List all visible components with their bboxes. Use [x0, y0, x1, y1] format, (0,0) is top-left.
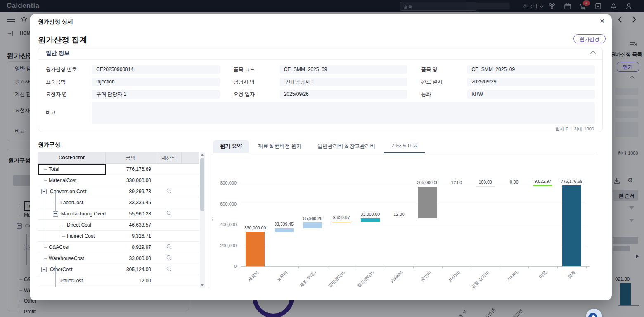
- x-axis-tick: [270, 266, 270, 268]
- tree-cell[interactable]: G&ACost: [38, 242, 106, 253]
- scrollbar-thumb[interactable]: [200, 158, 204, 211]
- field-value[interactable]: KRW: [467, 90, 595, 99]
- scroll-down-button[interactable]: [200, 283, 205, 288]
- table-row[interactable]: LaborCost33,339.45: [38, 197, 199, 208]
- chart-bar-12: [562, 185, 581, 266]
- col-costfactor[interactable]: CostFactor: [38, 152, 106, 163]
- scroll-up-button[interactable]: [200, 152, 205, 157]
- general-info-title: 일반 정보: [46, 50, 591, 57]
- y-axis-tick-label: 0: [214, 264, 237, 269]
- tree-cell[interactable]: MaterialCost: [38, 175, 106, 186]
- tree-cell[interactable]: WarehouseCost: [38, 253, 106, 264]
- tree-cell[interactable]: Manufacturing OverheadCost: [38, 208, 106, 219]
- formula-search-icon[interactable]: [156, 244, 182, 251]
- x-axis-tick: [327, 266, 327, 268]
- x-axis-label: 합계: [546, 270, 577, 300]
- tree-cell[interactable]: Direct Cost: [38, 220, 106, 230]
- tree-cell[interactable]: OtherCost: [38, 264, 106, 275]
- field-value[interactable]: 구매 담당자 1: [280, 78, 407, 86]
- tree-guide-line: [55, 266, 56, 287]
- general-info-field: 완료 일자2025/09/29: [421, 78, 595, 86]
- amount-cell: 46,633.57: [106, 222, 156, 228]
- field-value[interactable]: CE_SMM_2025_09: [467, 65, 595, 74]
- general-info-field: 품목 코드CE_SMM_2025_09: [234, 65, 407, 74]
- col-amount[interactable]: 금액: [106, 152, 156, 163]
- note-textarea[interactable]: [92, 102, 595, 124]
- tab-1[interactable]: 원가 요약: [213, 140, 249, 153]
- general-info-field: 요청자 명구매 담당자 1: [46, 90, 220, 99]
- tree-node-label: G&ACost: [49, 244, 69, 250]
- x-axis-tick: [413, 266, 414, 268]
- collapse-section-icon[interactable]: [590, 51, 596, 56]
- tree-collapse-icon[interactable]: [41, 267, 47, 272]
- tree-cell[interactable]: TransportationCost: [38, 286, 106, 288]
- formula-search-icon[interactable]: [156, 266, 182, 273]
- formula-search-icon[interactable]: [156, 188, 182, 195]
- table-row[interactable]: MaterialCost330,000.00: [38, 175, 199, 186]
- table-row[interactable]: Total776,176.69: [38, 164, 199, 175]
- amount-cell: 55,960.28: [106, 211, 156, 217]
- x-axis-tick: [298, 266, 299, 268]
- x-axis-tick: [528, 266, 529, 268]
- formula-search-icon[interactable]: [156, 255, 182, 262]
- field-value[interactable]: 2025/09/29: [467, 78, 595, 86]
- col-extra: [182, 152, 199, 163]
- x-axis-tick: [586, 266, 587, 268]
- table-row[interactable]: WarehouseCost33,000.00: [38, 253, 199, 264]
- chart-bar-3: [303, 222, 322, 228]
- tree-cell[interactable]: LaborCost: [38, 197, 106, 208]
- field-value[interactable]: 2025/09/26: [280, 90, 407, 99]
- field-value[interactable]: 구매 담당자 1: [92, 90, 220, 99]
- cost-estimate-button[interactable]: 원가산정: [573, 34, 606, 43]
- bar-value-label: 12.00: [376, 212, 422, 217]
- tree-guide-line: [44, 169, 44, 266]
- tab-4[interactable]: 기타 & 이윤: [384, 140, 425, 153]
- table-scrollbar[interactable]: [200, 152, 205, 288]
- x-axis-label: 이윤: [517, 270, 548, 300]
- chart-bar-11: [533, 185, 552, 186]
- x-axis-label: 금형 감가비: [460, 270, 490, 300]
- amount-cell: 33,339.45: [106, 200, 156, 206]
- field-value[interactable]: Injection: [92, 78, 220, 86]
- tree-cell[interactable]: PalletCost: [38, 275, 106, 286]
- tree-guide-line: [62, 212, 62, 234]
- x-axis-label: R&D비: [431, 270, 462, 300]
- table-row[interactable]: PalletCost12.00: [38, 275, 199, 286]
- x-axis-label: 노무비: [258, 270, 289, 300]
- tree-cell[interactable]: Indirect Cost: [38, 231, 106, 241]
- pane-splitter[interactable]: [209, 152, 212, 288]
- field-value[interactable]: CE20250900014: [92, 65, 220, 74]
- tab-2[interactable]: 재료 & 컨버전 원가: [251, 140, 308, 153]
- field-label: 완료 일자: [421, 78, 467, 85]
- tree-node-label: Indirect Cost: [67, 233, 95, 239]
- general-info-row: 요청자 명구매 담당자 1요청 일자2025/09/26통화KRW: [46, 90, 595, 99]
- amount-cell: 305,124.00: [106, 267, 156, 272]
- table-row[interactable]: Conversion Cost89,299.73: [38, 186, 199, 197]
- amount-cell: 8,929.97: [106, 244, 156, 250]
- field-label: 담당자 명: [234, 78, 280, 85]
- x-axis-label: 일반관리비: [316, 270, 346, 300]
- col-formula[interactable]: 계산식: [156, 152, 182, 163]
- bar-value-label: 776,176.69: [549, 179, 594, 184]
- chart-bar-2: [275, 228, 294, 232]
- field-label: 품목 코드: [234, 66, 280, 73]
- field-value[interactable]: CE_SMM_2025_09: [280, 65, 407, 74]
- table-row[interactable]: G&ACost8,929.97: [38, 242, 199, 253]
- tree-cell[interactable]: Total: [38, 164, 106, 175]
- general-info-row: 원가산정 번호CE20250900014품목 코드CE_SMM_2025_09품…: [46, 65, 595, 74]
- formula-search-icon[interactable]: [156, 210, 182, 218]
- tree-node-label: Manufacturing OverheadCost: [61, 211, 106, 217]
- chart-bar-9: [476, 186, 495, 187]
- counter-max: 최대 1000: [573, 126, 594, 131]
- x-axis-tick: [356, 266, 356, 268]
- table-row[interactable]: TransportationCost305,000.00: [38, 286, 199, 288]
- x-axis-label: 기타비: [489, 270, 519, 300]
- tree-cell[interactable]: Conversion Cost: [38, 186, 106, 197]
- x-axis-tick: [241, 266, 241, 268]
- amount-cell: 9,326.71: [106, 233, 156, 239]
- gridline: [241, 204, 587, 204]
- table-row[interactable]: OtherCost305,124.00: [38, 264, 199, 275]
- tab-3[interactable]: 일반관리비 & 창고관리비: [310, 140, 382, 153]
- field-label: 품목 명: [421, 66, 467, 73]
- close-icon[interactable]: ×: [600, 17, 604, 26]
